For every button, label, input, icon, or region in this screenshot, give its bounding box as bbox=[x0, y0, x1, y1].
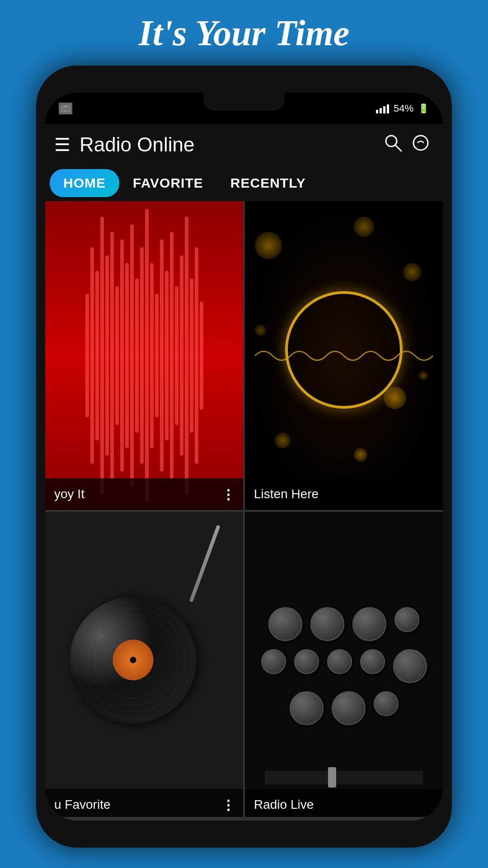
gold-wave-svg bbox=[255, 344, 433, 368]
vinyl-hole bbox=[129, 656, 137, 664]
vinyl-record bbox=[56, 582, 211, 737]
bokeh-dot bbox=[384, 387, 406, 409]
svg-line-4 bbox=[395, 145, 401, 151]
bokeh-dot bbox=[403, 263, 421, 281]
status-right: 54% 🔋 bbox=[376, 103, 429, 114]
bokeh-dot bbox=[275, 433, 291, 448]
item-3-bg bbox=[45, 512, 243, 821]
tab-recently[interactable]: RECENTLY bbox=[217, 169, 319, 197]
header-icons bbox=[383, 133, 434, 156]
knob bbox=[394, 607, 419, 632]
item-4-label: Radio Live bbox=[245, 789, 443, 821]
knob bbox=[261, 649, 286, 674]
battery-percent: 54% bbox=[394, 103, 413, 114]
grid-item-1[interactable]: yoy It ⋮ bbox=[45, 201, 243, 510]
knob bbox=[374, 691, 399, 716]
app-header: ☰ Radio Online bbox=[45, 124, 443, 165]
fader bbox=[265, 771, 423, 784]
search-icon[interactable] bbox=[383, 133, 402, 156]
svg-point-1 bbox=[64, 107, 67, 111]
phone-screen: 54% 🔋 ☰ Radio Online bbox=[45, 93, 443, 821]
status-left bbox=[59, 103, 72, 114]
tonearm bbox=[189, 525, 221, 603]
knob bbox=[327, 649, 352, 674]
tab-favorite[interactable]: FAVORITE bbox=[119, 169, 217, 197]
content-grid: yoy It ⋮ bbox=[45, 201, 443, 821]
item-2-bg bbox=[245, 201, 443, 510]
bokeh-dot bbox=[255, 232, 282, 259]
fader-handle bbox=[328, 767, 336, 788]
app-title: Radio Online bbox=[80, 133, 383, 156]
knob bbox=[310, 607, 344, 641]
svg-rect-2 bbox=[64, 105, 67, 107]
bokeh-dot bbox=[255, 325, 266, 336]
bokeh-dot bbox=[419, 371, 428, 380]
knob bbox=[360, 649, 385, 674]
notch bbox=[203, 93, 285, 111]
item-3-more-btn[interactable]: ⋮ bbox=[221, 797, 234, 813]
phone-frame: 54% 🔋 ☰ Radio Online bbox=[36, 66, 452, 848]
item-3-label: u Favorite ⋮ bbox=[45, 789, 243, 821]
knob bbox=[332, 691, 366, 725]
item-1-more-btn[interactable]: ⋮ bbox=[221, 486, 234, 502]
knob bbox=[294, 649, 319, 674]
item-1-bg bbox=[45, 201, 243, 510]
tab-bar: HOME FAVORITE RECENTLY bbox=[45, 165, 443, 201]
tagline: It's Your Time bbox=[0, 13, 488, 54]
hamburger-menu-icon[interactable]: ☰ bbox=[54, 136, 70, 154]
svg-point-5 bbox=[413, 136, 428, 150]
item-2-label: Listen Here bbox=[245, 478, 443, 510]
signal-icon bbox=[376, 104, 389, 113]
item-1-label: yoy It ⋮ bbox=[45, 478, 243, 510]
knob bbox=[268, 607, 302, 641]
extra-icon[interactable] bbox=[411, 133, 434, 156]
grid-item-3[interactable]: u Favorite ⋮ bbox=[45, 512, 243, 821]
bottom-nav-bar bbox=[45, 817, 443, 821]
battery-icon: 🔋 bbox=[418, 103, 429, 114]
grid-item-2[interactable]: Listen Here bbox=[245, 201, 443, 510]
grid-item-4[interactable]: Radio Live bbox=[245, 512, 443, 821]
knob bbox=[352, 607, 386, 641]
item-4-bg bbox=[245, 512, 443, 821]
knob bbox=[290, 691, 324, 725]
knob bbox=[393, 649, 427, 683]
tab-home[interactable]: HOME bbox=[50, 169, 119, 197]
status-bar: 54% 🔋 bbox=[45, 93, 443, 124]
photo-icon bbox=[59, 103, 72, 114]
red-waves bbox=[45, 201, 243, 510]
bokeh-dot bbox=[354, 448, 367, 462]
bokeh-dot bbox=[354, 217, 374, 237]
